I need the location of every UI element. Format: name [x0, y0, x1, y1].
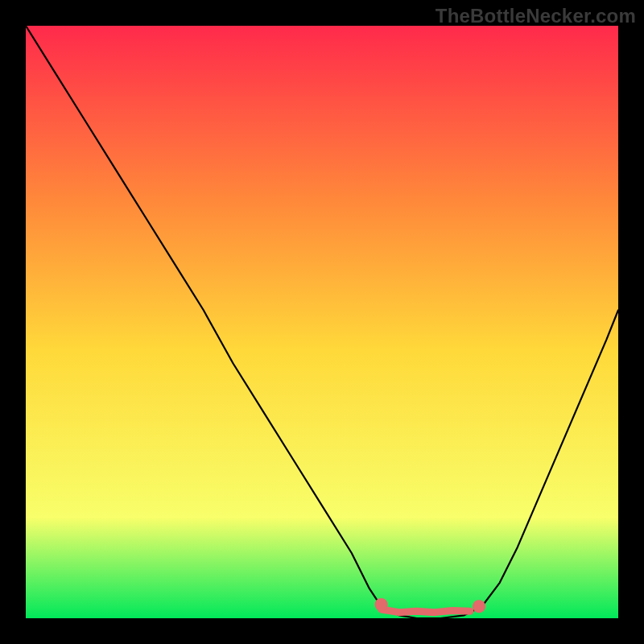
flat-marker-line	[382, 609, 470, 613]
gradient-background	[26, 26, 618, 618]
chart-plot	[26, 26, 618, 618]
chart-frame: TheBottleNecker.com	[0, 0, 644, 644]
watermark-text: TheBottleNecker.com	[436, 5, 636, 27]
marker-dot-right	[473, 600, 485, 613]
marker-dot-left	[375, 598, 388, 611]
